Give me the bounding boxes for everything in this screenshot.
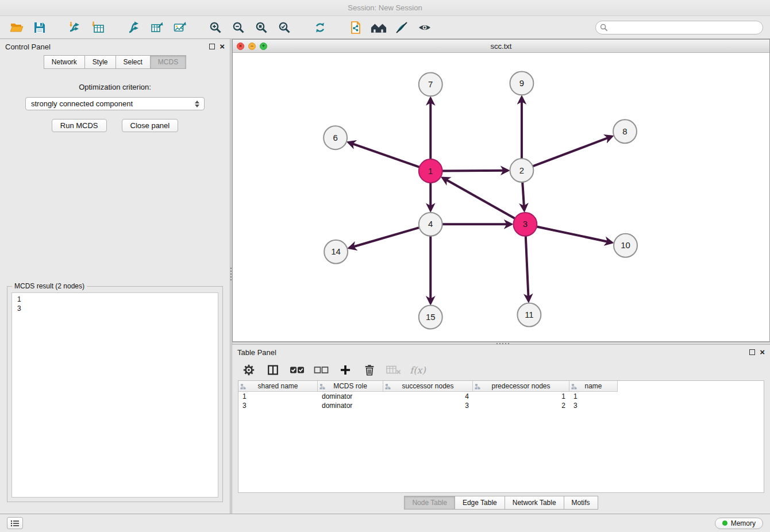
- import-table-button[interactable]: [88, 19, 108, 36]
- edge-2-to-8[interactable]: [533, 136, 612, 166]
- optimization-criterion-label: Optimization criterion:: [79, 83, 151, 91]
- export-image-button[interactable]: [170, 19, 190, 36]
- edge-1-to-2[interactable]: [442, 171, 508, 171]
- column-header-name[interactable]: name: [569, 381, 618, 392]
- edge-3-to-10[interactable]: [537, 227, 612, 243]
- tab-select[interactable]: Select: [116, 55, 151, 69]
- node-3[interactable]: 3: [513, 213, 537, 236]
- close-window-button[interactable]: ×: [237, 43, 244, 50]
- show-hide-button[interactable]: [415, 19, 434, 36]
- table-tab-node-table[interactable]: Node Table: [404, 496, 455, 510]
- export-image-icon: [172, 21, 187, 34]
- columns-icon: [267, 364, 279, 376]
- function-builder-button[interactable]: f(x): [410, 363, 425, 377]
- tab-style[interactable]: Style: [85, 55, 116, 69]
- run-mcds-button[interactable]: Run MCDS: [52, 119, 107, 132]
- import-network-button[interactable]: [66, 19, 85, 36]
- node-4[interactable]: 4: [419, 213, 442, 236]
- table-tab-network-table[interactable]: Network Table: [505, 496, 564, 510]
- task-history-button[interactable]: [7, 517, 23, 529]
- open-folder-icon: [9, 21, 25, 34]
- node-label: 1: [428, 166, 433, 176]
- zoom-out-icon: [232, 21, 245, 34]
- zoom-selected-button[interactable]: [275, 19, 294, 36]
- graphics-details-button[interactable]: [392, 19, 411, 36]
- node-14[interactable]: 14: [324, 240, 348, 264]
- edge-3-to-11[interactable]: [526, 236, 529, 301]
- delete-table-button[interactable]: [386, 363, 401, 377]
- table-row[interactable]: 3dominator323: [238, 401, 764, 410]
- unselect-all-columns-button[interactable]: [314, 363, 329, 377]
- paintbrush-slash-icon: [394, 21, 409, 34]
- edge-4-to-14[interactable]: [349, 228, 419, 248]
- table-row[interactable]: 1dominator411: [238, 392, 764, 401]
- mcds-result-box[interactable]: 13: [11, 292, 218, 498]
- table-tab-motifs[interactable]: Motifs: [564, 496, 598, 510]
- column-header-mcds-role[interactable]: MCDS role: [318, 381, 383, 392]
- close-panel-icon[interactable]: ×: [220, 44, 225, 49]
- column-header-label: shared name: [257, 382, 298, 390]
- column-header-shared-name[interactable]: shared name: [238, 381, 318, 392]
- tab-network[interactable]: Network: [44, 55, 85, 69]
- node-8[interactable]: 8: [613, 119, 637, 143]
- network-tools-group: [124, 19, 190, 36]
- minimize-window-button[interactable]: −: [248, 43, 256, 50]
- home-button[interactable]: [369, 19, 388, 36]
- select-all-columns-button[interactable]: [290, 363, 305, 377]
- zoom-window-button[interactable]: +: [260, 43, 267, 50]
- new-network-icon: [126, 21, 141, 34]
- node-label: 4: [428, 219, 433, 229]
- network-window-titlebar[interactable]: scc.txt × − +: [233, 40, 769, 53]
- column-header-successor-nodes[interactable]: successor nodes: [383, 381, 473, 392]
- table-settings-button[interactable]: [241, 363, 256, 377]
- zoom-fit-button[interactable]: [252, 19, 271, 36]
- edge-2-to-3[interactable]: [522, 182, 524, 210]
- column-header-label: successor nodes: [402, 382, 453, 390]
- node-1[interactable]: 1: [419, 159, 442, 183]
- vertical-splitter[interactable]: [230, 39, 232, 514]
- node-label: 6: [333, 133, 337, 142]
- network-graph[interactable]: 7968124314101511: [233, 53, 769, 341]
- close-table-panel-icon[interactable]: ×: [760, 349, 765, 355]
- column-header-predecessor-nodes[interactable]: predecessor nodes: [473, 381, 569, 392]
- control-panel: Control Panel × NetworkStyleSelectMCDS O…: [0, 39, 230, 514]
- table-cell: 1: [569, 392, 618, 401]
- node-10[interactable]: 10: [614, 234, 637, 257]
- gear-icon: [242, 364, 255, 376]
- table-tab-edge-table[interactable]: Edge Table: [455, 496, 505, 510]
- list-icon: [10, 520, 20, 527]
- float-table-panel-icon[interactable]: [749, 349, 755, 355]
- node-9[interactable]: 9: [510, 71, 533, 95]
- criterion-select[interactable]: strongly connected component: [25, 97, 205, 110]
- memory-button[interactable]: Memory: [715, 518, 763, 529]
- new-network-button[interactable]: [124, 19, 144, 36]
- edge-3-to-1[interactable]: [443, 178, 515, 219]
- create-column-button[interactable]: [338, 363, 353, 377]
- node-15[interactable]: 15: [419, 306, 442, 329]
- export-table-button[interactable]: [147, 19, 167, 36]
- float-panel-icon[interactable]: [209, 44, 215, 49]
- node-6[interactable]: 6: [324, 126, 347, 149]
- show-columns-button[interactable]: [265, 363, 280, 377]
- table-header-row: shared nameMCDS rolesuccessor nodesprede…: [238, 381, 764, 392]
- network-canvas[interactable]: 7968124314101511: [233, 53, 769, 341]
- node-label: 7: [428, 79, 433, 89]
- tab-mcds[interactable]: MCDS: [151, 55, 186, 69]
- refresh-layout-button[interactable]: [310, 19, 330, 36]
- close-panel-button[interactable]: Close panel: [122, 119, 179, 132]
- save-session-button[interactable]: [30, 19, 49, 36]
- delete-column-button[interactable]: [362, 363, 377, 377]
- node-7[interactable]: 7: [419, 72, 442, 96]
- statusbar: Memory: [0, 514, 770, 532]
- edge-1-to-6[interactable]: [349, 142, 419, 167]
- search-input[interactable]: [595, 21, 763, 34]
- memory-status-icon: [722, 521, 727, 526]
- zoom-selected-icon: [278, 21, 291, 34]
- node-2[interactable]: 2: [510, 159, 533, 182]
- zoom-out-button[interactable]: [229, 19, 248, 36]
- node-11[interactable]: 11: [517, 303, 541, 327]
- zoom-in-button[interactable]: [206, 19, 225, 36]
- network-file-button[interactable]: [346, 19, 365, 36]
- horizontal-splitter[interactable]: [232, 342, 770, 345]
- open-session-button[interactable]: [7, 19, 26, 36]
